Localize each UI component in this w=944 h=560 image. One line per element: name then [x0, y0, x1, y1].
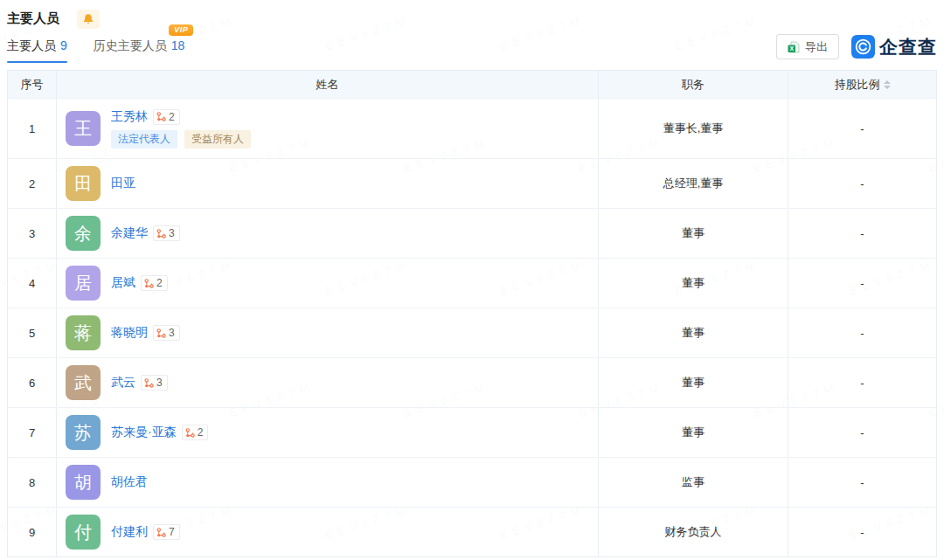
table-row: 6 武 武云 3	[8, 357, 936, 407]
relation-graph-icon	[185, 428, 195, 438]
relation-graph-icon	[156, 328, 166, 338]
relation-count: 3	[169, 327, 175, 339]
table-row: 7 苏 苏来曼·亚森 2	[8, 407, 936, 457]
position-cell: 董事	[598, 358, 788, 407]
qichacha-logo-icon	[851, 35, 875, 59]
name-cell: 苏 苏来曼·亚森 2	[56, 408, 598, 457]
avatar: 田	[66, 166, 101, 201]
name-cell: 余 余建华 3	[56, 209, 598, 258]
relation-graph-icon	[144, 279, 154, 288]
tab-count: 9	[60, 38, 67, 52]
relation-graph-icon	[156, 229, 166, 239]
person-name-link[interactable]: 武云	[111, 375, 135, 391]
relation-graph-icon	[144, 378, 154, 388]
tab-main-personnel[interactable]: 主要人员9	[7, 38, 67, 63]
position-cell: 董事长,董事	[598, 99, 788, 158]
bell-icon	[82, 13, 94, 25]
header-name: 姓名	[56, 71, 598, 98]
tabs: 主要人员9 历史主要人员18 VIP	[7, 38, 184, 63]
position-cell: 董事	[598, 308, 788, 357]
shareholding-cell: -	[788, 358, 936, 407]
tab-count: 18	[171, 38, 185, 52]
person-name-link[interactable]: 王秀林	[111, 109, 148, 125]
name-cell: 居 居斌 2	[56, 259, 598, 308]
tab-toolbar-row: 主要人员9 历史主要人员18 VIP X 导出	[7, 31, 937, 63]
table-body: 1 王 王秀林 2 法定代表人受益所有人	[8, 98, 936, 557]
relation-count: 3	[169, 227, 175, 239]
shareholding-cell: -	[788, 99, 936, 158]
name-cell: 付 付建利 7	[56, 508, 598, 557]
tab-label: 主要人员	[7, 38, 56, 52]
relation-count-badge[interactable]: 2	[153, 109, 180, 125]
sort-icon[interactable]	[884, 80, 891, 89]
person-tag[interactable]: 受益所有人	[184, 130, 251, 149]
header-shareholding: 持股比例	[788, 71, 936, 98]
position-cell: 董事	[598, 259, 788, 308]
person-name-link[interactable]: 胡佐君	[111, 474, 148, 490]
name-cell: 武 武云 3	[56, 358, 598, 407]
relation-count: 2	[169, 111, 175, 123]
row-index: 2	[8, 159, 56, 208]
person-name-link[interactable]: 蒋晓明	[111, 325, 148, 341]
person-name-link[interactable]: 苏来曼·亚森	[111, 425, 177, 440]
table-row: 8 胡 胡佐君	[8, 457, 936, 507]
person-tag[interactable]: 法定代表人	[111, 130, 177, 149]
relation-count-badge[interactable]: 2	[141, 275, 168, 291]
position-cell: 董事	[598, 209, 788, 258]
avatar: 余	[66, 216, 101, 251]
main-personnel-panel: EEV6Z7MEEV6Z7MEEV6Z7MEEV6Z7MEEV6Z7MEEV6Z…	[0, 0, 944, 560]
avatar: 王	[66, 111, 101, 146]
avatar: 武	[66, 365, 101, 400]
vip-badge: VIP	[169, 24, 193, 36]
position-cell: 监事	[598, 458, 788, 507]
notification-bell-button[interactable]	[77, 10, 100, 29]
person-name-link[interactable]: 居斌	[111, 275, 135, 291]
avatar: 苏	[66, 415, 101, 450]
table-row: 4 居 居斌 2	[8, 258, 936, 308]
shareholding-cell: -	[788, 508, 936, 557]
row-index: 6	[8, 358, 56, 407]
title-row: 主要人员	[7, 0, 937, 30]
excel-icon: X	[788, 41, 800, 53]
table-row: 3 余 余建华 3	[8, 208, 936, 258]
row-index: 9	[8, 508, 56, 557]
avatar: 胡	[66, 465, 101, 500]
relation-count: 7	[169, 526, 175, 538]
name-cell: 胡 胡佐君	[56, 458, 598, 507]
export-button[interactable]: X 导出	[776, 34, 839, 59]
table-row: 1 王 王秀林 2 法定代表人受益所有人	[8, 98, 936, 158]
row-index: 3	[8, 209, 56, 258]
person-name-link[interactable]: 付建利	[111, 524, 148, 540]
row-index: 1	[8, 99, 56, 158]
avatar: 蒋	[66, 315, 101, 350]
table-header-row: 序号 姓名 职务 持股比例	[8, 71, 936, 98]
relation-count: 2	[198, 426, 204, 439]
relation-count: 3	[156, 377, 163, 389]
row-index: 7	[8, 408, 56, 457]
row-index: 8	[8, 458, 56, 507]
relation-count-badge[interactable]: 3	[153, 225, 180, 241]
header-shareholding-label: 持股比例	[835, 77, 880, 93]
personnel-table: 序号 姓名 职务 持股比例 1 王 王秀林	[7, 70, 937, 557]
table-row: 9 付 付建利 7	[8, 507, 936, 557]
relation-count-badge[interactable]: 2	[182, 425, 209, 440]
person-tags: 法定代表人受益所有人	[111, 130, 251, 149]
brand-logo[interactable]: 企查查	[851, 35, 937, 59]
relation-count-badge[interactable]: 3	[153, 325, 180, 341]
toolbar: X 导出 企查查	[776, 34, 937, 63]
position-cell: 董事	[598, 408, 788, 457]
avatar: 居	[66, 266, 101, 301]
tab-history-personnel[interactable]: 历史主要人员18 VIP	[94, 38, 185, 63]
header-position: 职务	[598, 71, 788, 98]
tab-label: 历史主要人员	[94, 38, 167, 52]
shareholding-cell: -	[788, 259, 936, 308]
relation-count-badge[interactable]: 7	[153, 524, 180, 540]
relation-count-badge[interactable]: 3	[141, 375, 168, 391]
relation-graph-icon	[156, 112, 166, 121]
shareholding-cell: -	[788, 209, 936, 258]
page-title: 主要人员	[7, 10, 59, 27]
person-name-link[interactable]: 田亚	[111, 176, 135, 191]
shareholding-cell: -	[788, 159, 936, 208]
table-row: 2 田 田亚 总	[8, 158, 936, 208]
person-name-link[interactable]: 余建华	[111, 225, 148, 241]
